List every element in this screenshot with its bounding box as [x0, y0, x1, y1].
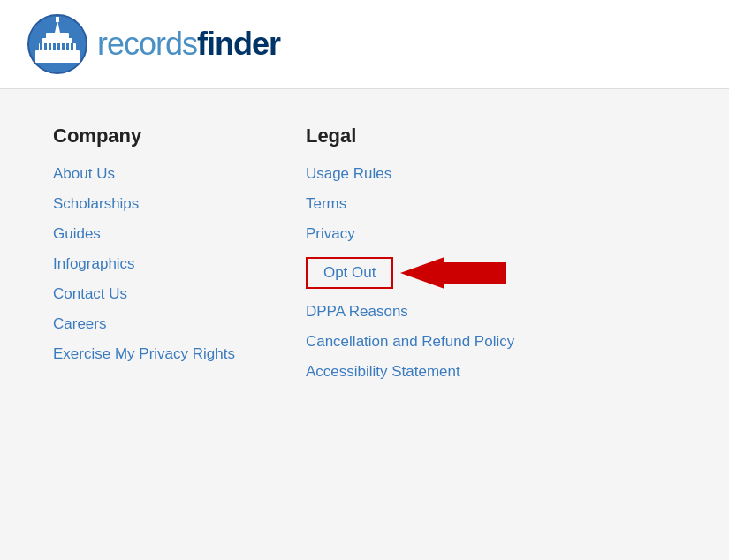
link-contact-us[interactable]: Contact Us — [53, 285, 235, 303]
svg-rect-1 — [35, 50, 80, 63]
link-scholarships[interactable]: Scholarships — [53, 195, 235, 213]
logo[interactable]: recordsfinder — [27, 13, 280, 75]
logo-records-text: records — [97, 26, 197, 62]
link-terms[interactable]: Terms — [306, 195, 514, 213]
svg-rect-14 — [71, 43, 73, 50]
svg-rect-6 — [56, 17, 59, 22]
logo-icon — [27, 13, 88, 75]
link-accessibility[interactable]: Accessibility Statement — [306, 363, 514, 381]
link-privacy[interactable]: Privacy — [306, 225, 514, 243]
link-careers[interactable]: Careers — [53, 315, 235, 333]
logo-wordmark: recordsfinder — [97, 26, 280, 63]
company-column: Company About Us Scholarships Guides Inf… — [53, 125, 235, 393]
link-cancellation-refund[interactable]: Cancellation and Refund Policy — [306, 333, 514, 351]
legal-column: Legal Usage Rules Terms Privacy Opt Out … — [306, 125, 514, 393]
svg-rect-10 — [53, 43, 56, 50]
link-opt-out[interactable]: Opt Out — [306, 257, 394, 289]
svg-rect-12 — [62, 43, 65, 50]
logo-finder-text: finder — [197, 26, 280, 62]
opt-out-wrapper: Opt Out — [306, 255, 514, 291]
svg-rect-9 — [49, 43, 51, 50]
opt-out-arrow — [400, 255, 506, 291]
arrow-icon — [400, 255, 506, 291]
svg-rect-13 — [66, 43, 69, 50]
svg-rect-11 — [57, 43, 60, 50]
svg-rect-4 — [46, 33, 69, 40]
company-title: Company — [53, 125, 235, 148]
link-usage-rules[interactable]: Usage Rules — [306, 165, 514, 183]
link-about-us[interactable]: About Us — [53, 165, 235, 183]
main-content: Company About Us Scholarships Guides Inf… — [0, 89, 729, 428]
legal-title: Legal — [306, 125, 514, 148]
footer-columns: Company About Us Scholarships Guides Inf… — [53, 125, 676, 393]
link-dppa-reasons[interactable]: DPPA Reasons — [306, 303, 514, 321]
link-guides[interactable]: Guides — [53, 225, 235, 243]
svg-rect-8 — [44, 43, 47, 50]
link-privacy-rights[interactable]: Exercise My Privacy Rights — [53, 345, 235, 363]
site-header: recordsfinder — [0, 0, 729, 89]
svg-marker-15 — [400, 257, 506, 289]
link-infographics[interactable]: Infographics — [53, 255, 235, 273]
svg-rect-7 — [40, 43, 42, 50]
